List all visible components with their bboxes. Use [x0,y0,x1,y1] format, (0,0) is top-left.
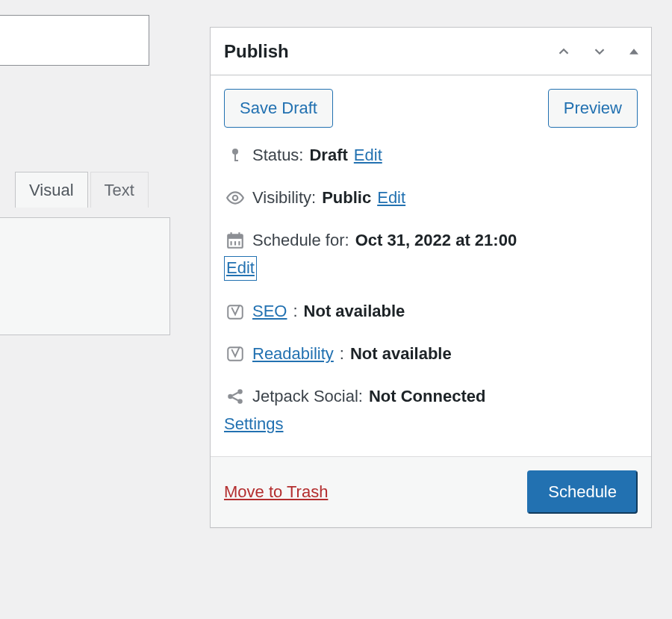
svg-point-4 [233,196,238,201]
readability-value: Not available [350,343,452,366]
svg-rect-9 [231,241,232,245]
handle-actions [553,40,644,63]
svg-rect-3 [234,160,238,161]
move-to-trash-link[interactable]: Move to Trash [224,482,328,502]
readability-row: Readability: Not available [224,334,638,376]
chevron-up-icon [556,43,572,60]
status-row: Status: Draft Edit [224,135,638,178]
chevron-down-icon [591,43,608,60]
seo-sep: : [293,300,297,323]
seo-row: SEO: Not available [224,291,638,334]
misc-publishing-actions: Status: Draft Edit Visibility: Public Ed… [211,132,651,456]
status-edit-link[interactable]: Edit [354,144,382,167]
major-publishing-actions: Move to Trash Schedule [211,456,651,527]
publish-metabox: Publish Save Draft Preview Status: Draft [210,27,652,528]
save-draft-button[interactable]: Save Draft [224,89,333,128]
status-value: Draft [309,144,347,167]
publish-header: Publish [211,28,651,75]
readability-sep: : [340,343,344,366]
svg-line-17 [232,393,238,396]
svg-rect-7 [231,232,232,236]
move-down-button[interactable] [588,40,611,63]
seo-value: Not available [304,300,405,323]
share-icon [224,385,246,408]
visibility-value: Public [322,187,371,210]
preview-button[interactable]: Preview [548,89,638,128]
yoast-icon [224,301,246,323]
svg-rect-12 [228,305,243,318]
schedule-button[interactable]: Schedule [527,470,638,514]
tab-visual[interactable]: Visual [15,172,88,208]
jetpack-settings-link[interactable]: Settings [224,413,284,436]
readability-link[interactable]: Readability [252,343,334,366]
svg-rect-13 [228,348,243,361]
tab-text[interactable]: Text [90,172,149,208]
publish-title: Publish [224,41,289,62]
visibility-row: Visibility: Public Edit [224,178,638,220]
yoast-icon [224,343,246,365]
toggle-panel-button[interactable] [624,42,644,61]
visibility-edit-link[interactable]: Edit [377,187,405,210]
schedule-value: Oct 31, 2022 at 21:00 [355,229,517,252]
jetpack-label: Jetpack Social: [252,385,363,408]
schedule-edit-link[interactable]: Edit [224,256,257,281]
move-up-button[interactable] [553,40,575,63]
editor-body[interactable] [0,217,170,335]
seo-link[interactable]: SEO [252,300,287,323]
svg-marker-0 [629,49,638,55]
schedule-row: Schedule for: Oct 31, 2022 at 21:00 Edit [224,220,638,292]
svg-rect-11 [238,241,240,245]
svg-rect-10 [234,241,236,245]
jetpack-value: Not Connected [369,385,485,408]
status-label: Status: [252,144,303,167]
triangle-up-icon [627,45,641,58]
key-icon [224,144,246,167]
minor-publishing-actions: Save Draft Preview [211,75,651,132]
svg-rect-8 [238,232,240,236]
visibility-label: Visibility: [252,187,316,210]
svg-point-1 [232,149,238,155]
svg-line-18 [232,397,238,400]
title-input[interactable] [0,15,149,66]
schedule-label: Schedule for: [252,229,349,252]
eye-icon [224,187,246,209]
svg-rect-6 [228,234,243,238]
editor-tabs: Visual Text [15,172,149,208]
calendar-icon [224,229,246,252]
jetpack-row: Jetpack Social: Not Connected Settings [224,376,638,447]
